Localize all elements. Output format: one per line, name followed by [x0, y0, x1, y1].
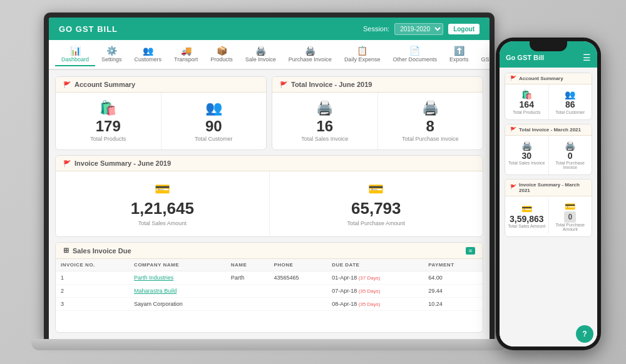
phone-purchase-amount-label: Total Purchase Amount: [552, 223, 590, 231]
purchase-invoice-stat-icon: 🖨️: [422, 100, 439, 116]
tab-transport[interactable]: 🚚 Transport: [168, 44, 204, 66]
col-invoice-no: INVOICE NO.: [56, 259, 129, 271]
phone-sales-inv-icon: 🖨️: [521, 141, 532, 151]
col-due-date: DUE DATE: [327, 259, 423, 271]
col-payment: PAYMENT: [423, 259, 483, 271]
tab-other-docs[interactable]: 📄 Other Documents: [386, 44, 443, 66]
total-sales-invoice-stat: 🖨️ 16 Total Sales Invoice: [272, 93, 378, 149]
phone-sales-amount: 💳 3,59,863 Total Sales Amount: [505, 199, 549, 233]
phone-purchase-inv-label: Total Purchase Invoice: [552, 161, 590, 169]
phone-invoice-summary: 🚩 Invoice Summary - March 2021 💳 3,59,86…: [505, 179, 592, 237]
laptop-main-content: 🚩 Account Summary 🛍️ 179 Total Products: [49, 70, 490, 339]
total-sales-invoice-label: Total Sales Invoice: [301, 136, 348, 142]
tab-other-docs-label: Other Documents: [393, 56, 437, 63]
total-products-number: 179: [96, 119, 121, 134]
col-name: NAME: [226, 259, 269, 271]
phone-total-products: 🛍️ 164 Total Products: [505, 84, 549, 119]
total-sales-invoice-number: 16: [316, 119, 333, 134]
phone-sales-inv-label: Total Sales Invoice: [508, 161, 545, 165]
laptop-header: GO GST BILL Session: 2019-2020 Logout: [49, 18, 490, 40]
phone-purchase-amount-icon: 💳: [565, 201, 575, 211]
phone-summary-row: 💳 3,59,863 Total Sales Amount 💳 0 Total …: [505, 196, 592, 236]
purchase-amount-icon: 💳: [368, 181, 384, 196]
total-purchase-invoice-label: Total Purchase Invoice: [402, 136, 459, 142]
tab-daily-expense[interactable]: 📋 Daily Expense: [338, 44, 387, 66]
products-icon: 📦: [217, 46, 227, 55]
tab-products[interactable]: 📦 Products: [204, 44, 239, 66]
tab-dashboard[interactable]: 📊 Dashboard: [55, 44, 95, 66]
phone-purchase-inv-icon: 🖨️: [565, 141, 575, 151]
sale-invoice-icon: 🖨️: [255, 46, 266, 55]
account-summary-title: Account Summary: [74, 81, 135, 88]
phone-fab-button[interactable]: ?: [576, 325, 593, 343]
tab-settings-label: Settings: [101, 56, 122, 63]
total-purchase-amount-label: Total Purchase Amount: [347, 220, 405, 226]
payment-2: 29.44: [423, 285, 483, 298]
tab-products-label: Products: [210, 56, 233, 63]
invoice-no-1: 1: [56, 271, 129, 285]
tab-transport-label: Transport: [174, 56, 198, 63]
sales-due-table: INVOICE NO. COMPANY NAME NAME PHONE DUE …: [56, 259, 483, 311]
phone-total-invoice: 🚩 Total Invoice - March 2021 🖨️ 30 Total…: [505, 124, 592, 175]
tab-exports[interactable]: ⬆️ Exports: [443, 44, 475, 66]
laptop-nav: 📊 Dashboard ⚙️ Settings 👥 Customers 🚚 Tr…: [49, 40, 490, 70]
table-row: 2 Maharastra Build 07-Apr-18 (35 Days) 2…: [56, 285, 483, 298]
phone-outer: Go GST Bill ☰ 🚩 Account Summary 🛍️: [496, 38, 601, 350]
total-purchase-amount-stat: 💳 65,793 Total Purchase Amount: [270, 171, 483, 236]
tab-settings[interactable]: ⚙️ Settings: [95, 44, 128, 66]
phone-screen: Go GST Bill ☰ 🚩 Account Summary 🛍️: [500, 41, 597, 346]
invoice-no-2: 2: [56, 285, 129, 298]
session-select[interactable]: 2019-2020: [394, 23, 443, 35]
account-summary-card: 🚩 Account Summary 🛍️ 179 Total Products: [55, 76, 267, 150]
laptop: GO GST BILL Session: 2019-2020 Logout 📊 …: [31, 13, 507, 350]
tab-purchase-invoice[interactable]: 🖨️ Purchase Invoice: [282, 44, 338, 66]
sales-due-section: ⊞ Sales Invoice Due ≡ INVOICE NO. COMPAN…: [55, 242, 483, 333]
customers-icon: 👥: [143, 46, 153, 55]
invoice-summary-header: 🚩 Invoice Summary - June 2019: [56, 156, 483, 171]
total-sales-amount-label: Total Sales Amount: [138, 220, 187, 226]
phone-invoice-row: 🖨️ 30 Total Sales Invoice 🖨️ 0 Total Pur…: [505, 136, 592, 174]
total-products-label: Total Products: [90, 136, 126, 142]
daily-expense-icon: 📋: [357, 46, 367, 55]
logout-button[interactable]: Logout: [448, 24, 480, 34]
dashboard-icon: 📊: [70, 46, 81, 55]
phone-products-number: 164: [520, 99, 534, 110]
tab-gst[interactable]: 📁 GST Return Filing: [475, 44, 490, 66]
tab-daily-expense-label: Daily Expense: [344, 56, 381, 63]
sales-due-title: Sales Invoice Due: [73, 247, 131, 255]
total-sales-amount-number: 1,21,645: [131, 199, 194, 218]
phone-purchase-amount-number: 0: [564, 211, 576, 223]
name-1: Parth: [226, 271, 269, 285]
phone-account-summary: 🚩 Account Summary 🛍️ 164 Total Products …: [505, 73, 592, 120]
phone-menu-icon[interactable]: ☰: [583, 53, 591, 63]
col-phone: PHONE: [269, 259, 327, 271]
sales-amount-icon: 💳: [155, 181, 170, 196]
phone-2: [269, 285, 327, 298]
laptop-screen: GO GST BILL Session: 2019-2020 Logout 📊 …: [49, 18, 490, 339]
total-invoice-header: 🚩 Total Invoice - June 2019: [272, 77, 483, 93]
total-customers-number: 90: [205, 119, 222, 134]
app-logo: GO GST BILL: [59, 24, 118, 34]
sales-due-header-left: ⊞ Sales Invoice Due: [63, 246, 131, 255]
invoice-summary-title: Invoice Summary - June 2019: [74, 159, 171, 167]
table-head-row: INVOICE NO. COMPANY NAME NAME PHONE DUE …: [56, 259, 483, 271]
tab-sale-invoice[interactable]: 🖨️ Sale Invoice: [239, 44, 282, 66]
due-date-2: 07-Apr-18 (35 Days): [327, 285, 423, 298]
invoice-no-3: 3: [56, 298, 129, 311]
top-row: 🚩 Account Summary 🛍️ 179 Total Products: [55, 76, 483, 150]
flag-icon-3: 🚩: [63, 160, 71, 167]
transport-icon: 🚚: [181, 46, 192, 55]
phone: Go GST Bill ☰ 🚩 Account Summary 🛍️: [496, 38, 601, 350]
tab-exports-label: Exports: [449, 56, 469, 63]
tab-customers[interactable]: 👥 Customers: [128, 44, 168, 66]
tab-sale-invoice-label: Sale Invoice: [245, 56, 276, 63]
phone-flag-icon-3: 🚩: [510, 185, 516, 190]
invoice-stats-grid: 🖨️ 16 Total Sales Invoice 🖨️ 8 Total Pur…: [272, 93, 483, 149]
customers-stat-icon: 👥: [205, 100, 222, 116]
name-2: [226, 285, 269, 298]
phone-total-invoice-title: Total Invoice - March 2021: [519, 127, 581, 133]
invoice-summary-stats: 💳 1,21,645 Total Sales Amount 💳 65,793 T…: [56, 171, 483, 236]
total-invoice-title: Total Invoice - June 2019: [291, 81, 372, 88]
phone-sales-inv-number: 30: [521, 151, 531, 161]
session-area: Session: 2019-2020 Logout: [363, 23, 480, 35]
